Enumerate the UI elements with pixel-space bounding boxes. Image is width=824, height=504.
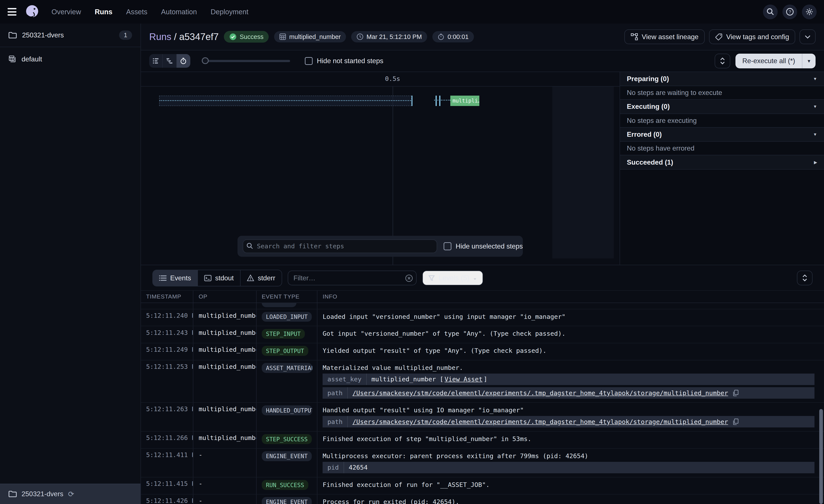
header-more-button[interactable]	[800, 29, 816, 44]
view-tags-config-button[interactable]: View tags and config	[709, 29, 796, 44]
log-event-type: ASSET_MATERIALI…	[256, 360, 318, 402]
event-type-badge: STEP_INPUT	[262, 329, 305, 339]
log-info: Handled output "result" using IO manager…	[317, 403, 824, 431]
checkbox-box[interactable]	[444, 242, 451, 250]
footer-workspace-name: 250321-dvers	[22, 490, 64, 498]
unfold-icon	[720, 57, 725, 65]
step-section-succeeded-1[interactable]: Succeeded (1)▶	[620, 155, 824, 169]
lineage-icon	[631, 33, 638, 40]
metadata-value: /Users/smackesey/stm/code/elementl/exper…	[348, 389, 743, 397]
dagster-logo[interactable]	[24, 4, 40, 20]
zoom-slider-track[interactable]	[202, 60, 290, 62]
step-bar-multiplied-number[interactable]: multipli…	[450, 96, 479, 106]
waterfall-view-button[interactable]	[163, 54, 177, 68]
refresh-icon[interactable]: ⟳	[68, 490, 74, 498]
hide-not-started-checkbox[interactable]: Hide not started steps	[305, 57, 384, 65]
metadata-path-link[interactable]: /Users/smackesey/stm/code/elementl/exper…	[352, 418, 728, 425]
log-event-type: STEP_OUTPUT	[256, 343, 318, 360]
asset-tag[interactable]: multiplied_number	[274, 31, 346, 42]
nav-item-assets[interactable]: Assets	[126, 8, 147, 16]
gantt-toolbar-right: Re-execute all (*) ▾	[715, 54, 816, 69]
status-badge: Success	[224, 31, 269, 42]
col-info: INFO	[317, 291, 824, 302]
run-header: Runs / a5347ef7 Success multiplied_numbe…	[141, 24, 824, 50]
terminal-icon	[204, 275, 212, 281]
waiting-span-bar[interactable]	[159, 96, 411, 106]
log-info: Finished execution of run for "__ASSET_J…	[317, 477, 824, 494]
tab-label: stderr	[258, 274, 275, 282]
metadata-entry-path: path/Users/smackesey/stm/code/elementl/e…	[323, 416, 815, 427]
levels-dropdown[interactable]: Levels (5) ⌄	[422, 271, 483, 285]
metadata-value: multiplied_number [View Asset]	[367, 376, 492, 383]
log-timestamp: 5:12:11.253 PM	[141, 360, 194, 402]
top-nav: OverviewRunsAssetsAutomationDeployment ?	[0, 0, 824, 24]
log-timestamp: 5:12:11.426 PM	[141, 495, 194, 504]
menu-icon[interactable]	[0, 8, 24, 16]
copy-icon[interactable]	[733, 390, 739, 396]
log-table-header: TIMESTAMP OP EVENT TYPE INFO	[141, 290, 824, 303]
step-section-executing-0[interactable]: Executing (0)▼	[620, 100, 824, 114]
tab-stdout[interactable]: stdout	[198, 270, 240, 286]
gear-icon[interactable]	[802, 5, 817, 19]
log-tabs: Eventsstdoutstderr	[152, 270, 282, 286]
vertical-scrollbar[interactable]	[819, 409, 823, 504]
nav-items: OverviewRunsAssetsAutomationDeployment	[51, 8, 248, 16]
timed-view-button[interactable]	[177, 54, 190, 68]
log-info-text: Got input "versioned_number" of type "An…	[323, 329, 824, 338]
log-op: -	[193, 477, 256, 494]
log-op: multiplied_number	[193, 343, 256, 360]
nav-item-automation[interactable]: Automation	[161, 8, 197, 16]
view-asset-link[interactable]: View Asset	[444, 376, 482, 383]
step-section-title: Executing (0)	[627, 103, 670, 111]
event-type-badge: HANDLED_OUTPUT	[262, 405, 312, 415]
log-timestamp: 5:12:11.263 PM	[141, 403, 194, 431]
asset-grid-icon	[279, 33, 286, 40]
step-section-errored-0[interactable]: Errored (0)▼	[620, 128, 824, 142]
reexecute-button[interactable]: Re-execute all (*)	[735, 54, 802, 69]
view-asset-lineage-button[interactable]: View asset lineage	[624, 29, 705, 44]
topnav-right: ?	[763, 5, 824, 19]
tab-label: Events	[170, 274, 191, 282]
zoom-slider[interactable]	[202, 57, 290, 65]
expand-logs-button[interactable]	[797, 271, 813, 285]
clear-filter-icon[interactable]	[405, 274, 413, 282]
log-event-type: LOADED_INPUT	[256, 309, 318, 326]
hide-unselected-checkbox[interactable]: Hide unselected steps	[444, 242, 523, 250]
tab-events[interactable]: Events	[153, 270, 198, 286]
help-icon[interactable]: ?	[783, 5, 797, 19]
nav-item-overview[interactable]: Overview	[51, 8, 81, 16]
flat-view-button[interactable]	[149, 54, 163, 68]
zoom-slider-knob[interactable]	[202, 57, 209, 64]
col-timestamp: TIMESTAMP	[141, 291, 194, 302]
breadcrumb: Runs / a5347ef7	[149, 31, 219, 42]
search-icon	[246, 243, 253, 249]
log-row: 5:12:11.240 PMmultiplied_numberLOADED_IN…	[141, 309, 824, 327]
marker-tick	[439, 96, 440, 106]
reexecute-dropdown[interactable]: ▾	[802, 54, 816, 69]
copy-icon[interactable]	[733, 418, 739, 425]
log-filter-input[interactable]	[288, 271, 417, 285]
step-section-preparing-0[interactable]: Preparing (0)▼	[620, 72, 824, 86]
event-type-badge: ENGINE_EVENT	[262, 451, 312, 461]
search-icon[interactable]	[763, 5, 778, 19]
expand-panel-button[interactable]	[715, 54, 730, 69]
log-event-type: ENGINE_EVENT	[256, 449, 318, 477]
asset-group-label: default	[22, 55, 42, 63]
breadcrumb-runs-link[interactable]: Runs	[149, 31, 171, 42]
metadata-path-link[interactable]: /Users/smackesey/stm/code/elementl/exper…	[352, 389, 728, 397]
step-search-input[interactable]	[243, 239, 437, 253]
gantt-shade-region	[552, 87, 614, 258]
metadata-key: path	[323, 416, 348, 427]
checkbox-box[interactable]	[305, 57, 313, 65]
clock-icon	[356, 33, 364, 40]
badge-sliver	[262, 303, 296, 307]
nav-item-runs[interactable]: Runs	[95, 8, 112, 16]
step-section-title: Errored (0)	[627, 130, 661, 138]
sidebar-item-workspace[interactable]: 250321-dvers 1	[0, 24, 140, 47]
sidebar-footer[interactable]: 250321-dvers ⟳	[0, 484, 140, 504]
tab-stderr[interactable]: stderr	[240, 270, 282, 286]
sidebar-item-default[interactable]: default	[0, 47, 140, 71]
log-info-text: Finished execution of step "multiplied_n…	[323, 434, 824, 443]
nav-item-deployment[interactable]: Deployment	[211, 8, 248, 16]
log-event-type: STEP_INPUT	[256, 326, 318, 343]
